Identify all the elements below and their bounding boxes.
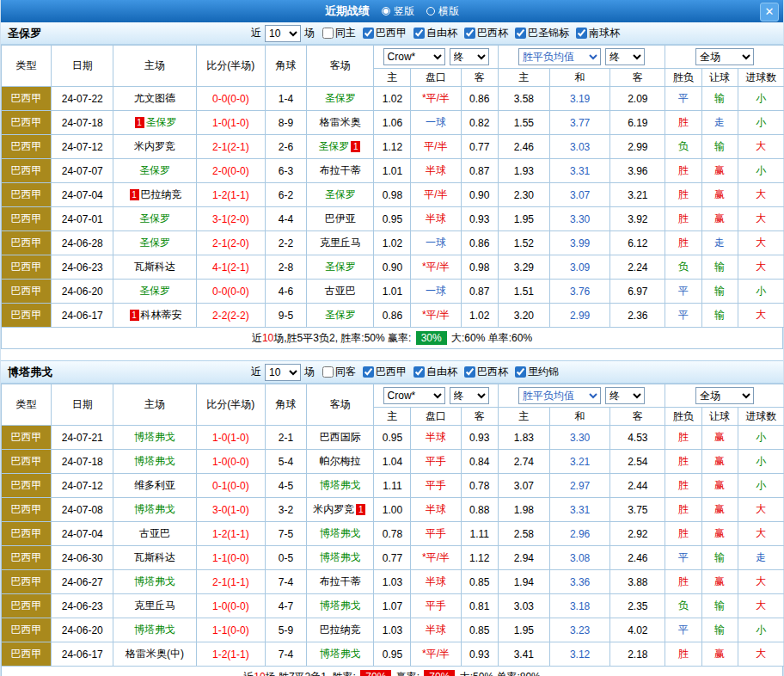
league-checkbox-input[interactable] — [464, 366, 475, 378]
home-team-cell: 博塔弗戈 — [113, 618, 196, 642]
draw-odds-cell: 2.99 — [549, 304, 609, 328]
league-checkbox[interactable]: 巴西甲 — [363, 26, 407, 40]
away-handicap-odds-cell: 0.93 — [461, 207, 498, 231]
games-label: 场 — [304, 365, 315, 379]
league-checkbox[interactable]: 巴西杯 — [464, 26, 508, 40]
league-checkbox[interactable]: 自由杯 — [413, 26, 457, 40]
radio-dot-icon — [426, 7, 435, 15]
corner-cell: 5-9 — [265, 618, 306, 642]
type-col-header: 类型 — [2, 46, 52, 87]
handicap-result-cell: 走 — [701, 231, 738, 255]
home-team-cell: 博塔弗戈 — [113, 426, 196, 450]
final-select[interactable]: 终 — [450, 48, 489, 65]
team-label: 格雷米奥(中) — [126, 648, 184, 660]
handicap-cell: *平/半 — [411, 255, 461, 280]
team-label: 圣保罗 — [139, 237, 170, 249]
same-venue-checkbox[interactable]: 同主 — [322, 26, 356, 40]
away-handicap-odds-cell: 0.84 — [461, 450, 498, 474]
league-checkbox-input[interactable] — [363, 28, 374, 39]
games-label: 场 — [304, 26, 315, 40]
win-odds-cell: 3.29 — [498, 255, 549, 280]
team-label: 圣保罗 — [139, 285, 170, 297]
league-checkbox[interactable]: 巴西甲 — [363, 365, 407, 379]
win-odds-cell: 3.20 — [498, 304, 549, 328]
league-checkbox-input[interactable] — [515, 366, 526, 378]
full-match-select[interactable]: 全场 — [695, 387, 754, 404]
avg-odds-select[interactable]: 胜平负均值 — [518, 387, 601, 404]
handicap-cell: *平/半 — [411, 304, 461, 328]
league-checkbox-input[interactable] — [363, 366, 374, 378]
draw-odds-cell: 3.76 — [549, 280, 609, 304]
same-venue-checkbox-input[interactable] — [322, 366, 334, 378]
table-row: 巴西甲24-06-23克里丘马1-0(0-0)4-7博塔弗戈1.07平手0.81… — [2, 594, 784, 618]
handicap-cell: 一球 — [411, 231, 461, 255]
lose-odds-cell: 6.19 — [610, 111, 665, 135]
handicap-cell: 平手 — [411, 474, 461, 498]
league-checkbox-input[interactable] — [515, 28, 526, 39]
league-checkbox[interactable]: 巴圣锦标 — [515, 26, 569, 40]
lose-odds-cell: 2.24 — [610, 255, 665, 280]
league-checkbox[interactable]: 南球杯 — [576, 26, 620, 40]
league-checkbox-input[interactable] — [576, 28, 587, 39]
odds-source-select[interactable]: Crow* — [383, 387, 445, 404]
final-select[interactable]: 终 — [450, 387, 489, 404]
win-odds-cell: 3.41 — [498, 642, 549, 667]
score-cell: 2-2(2-2) — [196, 304, 265, 328]
win-odds-cell: 1.51 — [498, 280, 549, 304]
layout-radio-horizontal[interactable]: 横版 — [426, 4, 459, 19]
team-section: 圣保罗近10场同主巴西甲自由杯巴西杯巴圣锦标南球杯类型日期主场比分(半场)角球客… — [1, 22, 783, 349]
away-team-cell: 巴拉纳竞 — [307, 618, 374, 642]
league-cell: 巴西甲 — [2, 498, 52, 522]
goals-result-cell: 大 — [738, 522, 784, 546]
date-cell: 24-06-20 — [52, 280, 113, 304]
home-team-cell: 博塔弗戈 — [113, 450, 196, 474]
away-handicap-odds-cell: 0.85 — [461, 618, 498, 642]
layout-radio-vertical[interactable]: 竖版 — [382, 4, 414, 19]
league-checkbox-input[interactable] — [464, 28, 475, 39]
home-team-cell: 克里丘马 — [113, 594, 196, 618]
handicap-result-cell: 赢 — [701, 159, 738, 183]
league-checkbox[interactable]: 自由杯 — [413, 365, 457, 379]
corner-cell: 2-2 — [265, 231, 306, 255]
team-label: 米内罗竞 — [134, 140, 175, 152]
handicap-cell: *平/半 — [411, 546, 461, 570]
corner-cell: 5-4 — [265, 450, 306, 474]
corner-cell: 2-8 — [265, 255, 306, 280]
sub-col-header: 主 — [374, 408, 411, 426]
result-cell: 平 — [665, 618, 701, 642]
win-odds-cell: 1.83 — [498, 426, 549, 450]
full-match-select[interactable]: 全场 — [695, 48, 754, 65]
draw-odds-cell: 3.36 — [549, 570, 609, 594]
final-select[interactable]: 终 — [605, 48, 645, 65]
summary-segment: 近 — [243, 670, 254, 676]
avg-odds-select[interactable]: 胜平负均值 — [518, 48, 601, 65]
score-cell: 4-1(2-1) — [196, 255, 265, 280]
match-count-select[interactable]: 10 — [265, 364, 301, 381]
final-select[interactable]: 终 — [605, 387, 645, 404]
score-cell: 3-1(2-0) — [196, 207, 265, 231]
league-cell: 巴西甲 — [2, 594, 52, 618]
same-venue-checkbox[interactable]: 同客 — [322, 365, 356, 379]
table-row: 巴西甲24-06-20博塔弗戈1-1(0-0)5-9巴拉纳竞1.03半球0.85… — [2, 618, 784, 642]
odds-source-select[interactable]: Crow* — [383, 48, 445, 65]
sub-col-header: 主 — [498, 408, 549, 426]
lose-odds-cell: 2.36 — [610, 304, 665, 328]
team-label: 博塔弗戈 — [320, 551, 361, 563]
away-handicap-odds-cell: 0.90 — [461, 183, 498, 207]
league-checkbox-input[interactable] — [413, 366, 425, 378]
away-handicap-odds-cell: 0.78 — [461, 474, 498, 498]
league-checkbox[interactable]: 巴西杯 — [464, 365, 508, 379]
corner-cell: 4-6 — [265, 280, 306, 304]
league-checkbox-input[interactable] — [413, 28, 425, 39]
corner-cell: 2-1 — [265, 426, 306, 450]
close-icon[interactable]: ✕ — [760, 3, 779, 22]
team-label: 尤文图德 — [134, 92, 175, 104]
league-checkbox-label: 南球杯 — [589, 26, 620, 40]
league-cell: 巴西甲 — [2, 135, 52, 159]
league-cell: 巴西甲 — [2, 618, 52, 642]
league-checkbox[interactable]: 里约锦 — [515, 365, 559, 379]
sub-col-header: 客 — [461, 408, 498, 426]
result-cell: 负 — [665, 135, 701, 159]
same-venue-checkbox-input[interactable] — [322, 28, 334, 39]
match-count-select[interactable]: 10 — [265, 25, 301, 42]
